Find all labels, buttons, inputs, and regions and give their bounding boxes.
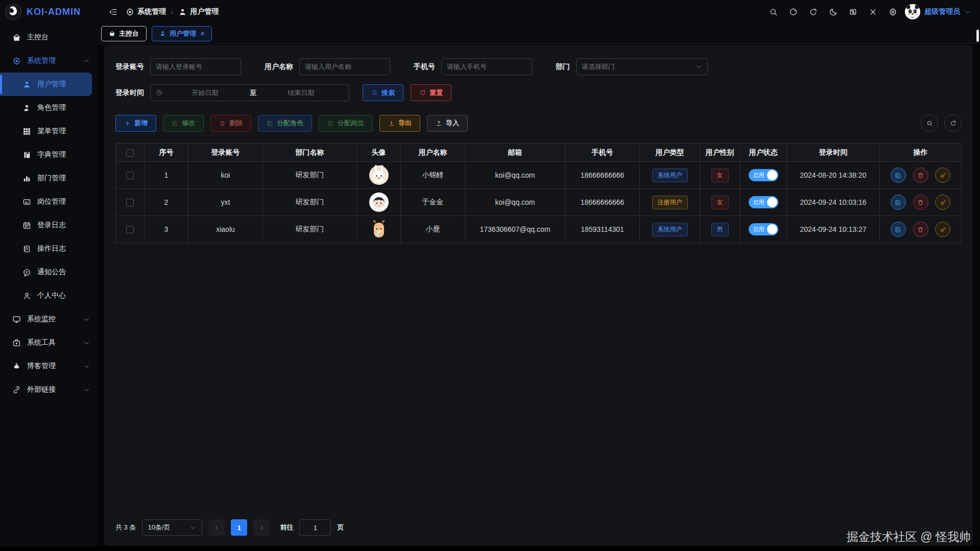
search-icon[interactable] bbox=[766, 4, 781, 19]
sidebar-item-login-log[interactable]: 登录日志 bbox=[0, 213, 97, 237]
row-reset-password-button[interactable] bbox=[935, 195, 950, 210]
start-date-placeholder[interactable]: 开始日期 bbox=[162, 88, 248, 98]
goto-page-input[interactable] bbox=[299, 519, 331, 536]
row-reset-password-button[interactable] bbox=[935, 222, 950, 237]
app-logo[interactable]: KOI-ADMIN bbox=[0, 4, 97, 20]
home-icon bbox=[109, 30, 115, 37]
row-checkbox[interactable] bbox=[126, 199, 134, 206]
breadcrumb-group[interactable]: 系统管理 bbox=[126, 7, 166, 16]
phone-input[interactable] bbox=[441, 58, 532, 75]
status-toggle[interactable]: 启用 bbox=[749, 223, 778, 235]
chevron-down-icon bbox=[190, 524, 197, 531]
export-button[interactable]: 导出 bbox=[379, 115, 420, 132]
close-icon[interactable] bbox=[865, 4, 880, 19]
col-dept: 部门名称 bbox=[263, 143, 357, 162]
import-button[interactable]: 导入 bbox=[427, 115, 468, 132]
end-date-placeholder[interactable]: 结束日期 bbox=[258, 88, 344, 98]
col-actions: 操作 bbox=[880, 143, 962, 162]
tab-dashboard[interactable]: 主控台 bbox=[101, 26, 147, 41]
user-menu[interactable]: 超级管理员 bbox=[905, 4, 971, 19]
table-refresh-button[interactable] bbox=[944, 114, 962, 132]
breadcrumb-separator: › bbox=[171, 8, 173, 16]
sidebar-item-menu-management[interactable]: 菜单管理 bbox=[0, 119, 97, 143]
split-screen-icon[interactable] bbox=[845, 4, 861, 19]
login-time-range-picker[interactable]: 开始日期 至 结束日期 bbox=[150, 84, 349, 101]
upload-icon bbox=[436, 120, 442, 127]
scrollbar-thumb[interactable] bbox=[976, 30, 979, 42]
dept-select[interactable]: 请选择部门 bbox=[576, 58, 708, 75]
hexagon-edit-icon[interactable] bbox=[785, 4, 801, 19]
account-input[interactable] bbox=[150, 58, 241, 75]
row-delete-button[interactable] bbox=[913, 195, 928, 210]
assign-role-button[interactable]: 分配角色 bbox=[258, 115, 312, 132]
sidebar-item-role-management[interactable]: 角色管理 bbox=[0, 96, 97, 119]
row-edit-button[interactable] bbox=[891, 195, 906, 210]
assign-post-button[interactable]: 分配岗位 bbox=[319, 115, 373, 132]
toggle-knob bbox=[767, 197, 777, 207]
reset-button[interactable]: 重置 bbox=[411, 84, 451, 101]
page-size-select[interactable]: 10条/页 bbox=[142, 519, 202, 536]
sidebar-item-operation-log[interactable]: 操作日志 bbox=[0, 237, 97, 260]
breadcrumb-page[interactable]: 用户管理 bbox=[178, 7, 219, 16]
row-delete-button[interactable] bbox=[913, 222, 928, 237]
username-label: 超级管理员 bbox=[924, 7, 960, 16]
sidebar-item-profile[interactable]: 个人中心 bbox=[0, 284, 97, 307]
user-icon bbox=[22, 80, 31, 89]
next-page-button[interactable] bbox=[253, 519, 270, 536]
sidebar-group-tools[interactable]: 系统工具 bbox=[0, 331, 97, 354]
breadcrumb: 系统管理 › 用户管理 bbox=[105, 4, 219, 19]
row-checkbox[interactable] bbox=[126, 172, 134, 179]
gender-badge: 男 bbox=[711, 223, 729, 236]
message-icon bbox=[22, 268, 31, 277]
modify-button[interactable]: 修改 bbox=[163, 115, 204, 132]
cell-name: 小鹿 bbox=[401, 216, 465, 243]
koi-logo-icon bbox=[5, 4, 21, 20]
book-icon bbox=[22, 151, 31, 159]
sidebar-group-system[interactable]: 系统管理 bbox=[0, 49, 97, 73]
cell-account: koi bbox=[188, 162, 263, 189]
row-edit-button[interactable] bbox=[891, 167, 906, 183]
sidebar-item-dashboard[interactable]: 主控台 bbox=[0, 26, 97, 49]
username-input[interactable] bbox=[299, 58, 390, 75]
col-no: 序号 bbox=[145, 143, 188, 162]
page-number-1[interactable]: 1 bbox=[231, 519, 247, 536]
collapse-sidebar-icon[interactable] bbox=[105, 4, 121, 19]
user-icon bbox=[159, 30, 166, 37]
row-delete-button[interactable] bbox=[913, 167, 928, 183]
prev-page-button[interactable] bbox=[208, 519, 225, 536]
avatar-deer bbox=[369, 219, 389, 239]
id-card-icon bbox=[22, 198, 31, 206]
sidebar-item-dept-management[interactable]: 部门管理 bbox=[0, 166, 97, 190]
settings-gear-icon[interactable] bbox=[885, 4, 900, 19]
search-button[interactable]: 搜索 bbox=[363, 84, 403, 101]
cell-email: koi@qq.com bbox=[465, 189, 565, 216]
sidebar-item-post-management[interactable]: 岗位管理 bbox=[0, 190, 97, 213]
delete-button[interactable]: 删除 bbox=[210, 115, 251, 132]
edit-icon bbox=[895, 226, 901, 233]
username-label: 用户名称 bbox=[265, 62, 293, 71]
sidebar-group-external-link[interactable]: 外部链接 bbox=[0, 378, 97, 401]
sidebar-item-user-management[interactable]: 用户管理 bbox=[0, 73, 92, 96]
phone-label: 手机号 bbox=[414, 62, 435, 71]
sidebar-group-blog[interactable]: 博客管理 bbox=[0, 354, 97, 378]
status-toggle[interactable]: 启用 bbox=[749, 196, 778, 208]
table-search-toggle-button[interactable] bbox=[921, 114, 938, 132]
cell-dept: 研发部门 bbox=[263, 162, 357, 189]
row-checkbox[interactable] bbox=[126, 226, 134, 233]
download-icon bbox=[388, 120, 395, 127]
chevron-right-icon bbox=[258, 524, 265, 531]
chevron-down-icon bbox=[83, 387, 90, 393]
sidebar-item-dict-management[interactable]: 字典管理 bbox=[0, 143, 97, 166]
edit-icon bbox=[267, 120, 273, 127]
tab-close-icon[interactable]: × bbox=[201, 30, 204, 37]
status-toggle[interactable]: 启用 bbox=[749, 169, 778, 181]
row-reset-password-button[interactable] bbox=[935, 167, 950, 183]
tab-user-management[interactable]: 用户管理 × bbox=[152, 26, 212, 41]
sidebar-group-monitor[interactable]: 系统监控 bbox=[0, 307, 97, 331]
row-edit-button[interactable] bbox=[891, 222, 906, 237]
refresh-icon[interactable] bbox=[805, 4, 821, 19]
select-all-checkbox[interactable] bbox=[126, 149, 134, 157]
dark-mode-moon-icon[interactable] bbox=[825, 4, 841, 19]
add-button[interactable]: 新增 bbox=[115, 115, 156, 132]
sidebar-item-notice[interactable]: 通知公告 bbox=[0, 260, 97, 284]
